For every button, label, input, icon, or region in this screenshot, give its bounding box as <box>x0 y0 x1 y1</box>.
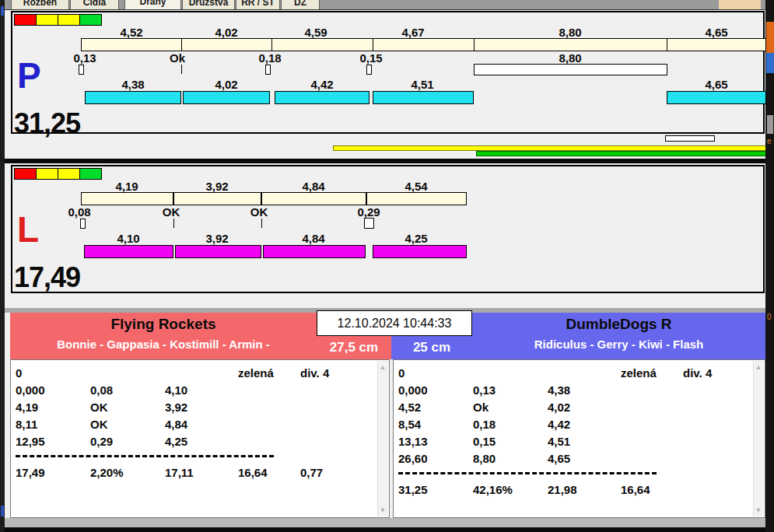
split-time-label: 3,92 <box>205 180 228 193</box>
scroll-down-icon[interactable]: ▼ <box>378 505 387 516</box>
table-cell: 0,29 <box>90 435 113 448</box>
table-totals-row: 31,2542,16%21,9816,64 <box>394 483 765 500</box>
table-cell: div. 4 <box>300 366 329 380</box>
table-row: 4,19OK3,92 <box>11 401 389 418</box>
traffic-light-cell <box>58 168 80 180</box>
totals-separator <box>398 472 657 474</box>
scrollbar[interactable]: ▲▼ <box>377 361 388 516</box>
run-bar-segment <box>667 91 766 104</box>
tab-cidla[interactable]: Cidla <box>70 0 119 9</box>
lane-letter-p: P <box>17 58 41 93</box>
table-row: 8,540,184,42 <box>394 418 765 435</box>
run-bar-segment <box>275 91 369 104</box>
run-bar-segment <box>263 245 366 258</box>
team-right-name: DumbleDogs R <box>472 314 765 334</box>
run-time-label: 4,51 <box>411 78 433 91</box>
run-time-label: 4,65 <box>705 78 727 91</box>
table-row: 8,11OK4,84 <box>11 418 389 435</box>
split-time-label: 4,54 <box>405 180 427 193</box>
scroll-up-icon[interactable]: ▲ <box>754 362 763 373</box>
tab-dz[interactable]: DZ <box>281 0 320 9</box>
window-bottom-edge <box>0 527 774 532</box>
table-cell: 4,84 <box>165 418 187 431</box>
tab-dru-stva[interactable]: Družstva <box>182 0 235 9</box>
tab-rr-st[interactable]: RR / ST <box>236 0 280 9</box>
table-cell: 0,77 <box>300 466 323 479</box>
yellow-progress-bar <box>333 145 772 151</box>
lane-panel-p: P4,524,024,594,678,804,650,13Ok0,180,158… <box>11 11 765 134</box>
run-bar-segment <box>373 245 467 258</box>
run-bar-segment <box>183 91 270 104</box>
split-time-label: 4,65 <box>705 26 727 39</box>
scroll-up-icon[interactable]: ▲ <box>378 362 387 373</box>
result-table-left: 0zelenádiv. 40,0000,084,104,19OK3,928,11… <box>10 359 390 518</box>
divider <box>5 9 765 10</box>
table-cell: 4,65 <box>548 452 570 465</box>
lane-total-p: 31,25 <box>14 107 80 140</box>
background-text-fragment: 0 <box>767 313 772 321</box>
scrollbar[interactable]: ▲▼ <box>753 361 764 516</box>
mini-progress-bar <box>665 135 715 142</box>
scroll-down-icon[interactable]: ▼ <box>754 505 763 516</box>
background-icon-fragment <box>766 53 774 73</box>
split-time-label: 4,59 <box>304 26 327 39</box>
split-bar-segment <box>366 192 467 205</box>
split-bar-segment <box>271 38 373 51</box>
split-bar-segment <box>373 38 475 51</box>
background-window-strip: e 0 <box>765 0 774 532</box>
run-time-label: 4,10 <box>117 232 139 245</box>
tab-rozb-h[interactable]: Rozběh <box>11 0 69 9</box>
table-cell: 0,000 <box>16 383 45 397</box>
background-icon-fragment <box>767 115 773 134</box>
table-cell: 0 <box>398 366 405 380</box>
change-tick <box>79 65 84 75</box>
split-bar-segment <box>181 38 272 51</box>
fault-time-label: 0,18 <box>258 51 281 65</box>
fault-time-label: OK <box>250 205 268 219</box>
table-cell: 17,49 <box>16 466 45 479</box>
table-row: 4,52Ok4,02 <box>394 401 765 418</box>
change-tick <box>265 65 271 75</box>
change-tick <box>80 219 86 229</box>
split-time-label: 4,02 <box>215 26 237 39</box>
green-progress-bar <box>476 151 772 156</box>
split-bar-segment <box>261 192 366 205</box>
table-row: 0,0000,134,38 <box>394 383 765 401</box>
table-cell: 16,64 <box>621 483 650 496</box>
split-time-label: 4,52 <box>120 26 142 39</box>
table-cell: 0,000 <box>398 383 428 397</box>
result-table-right: 0zelenádiv. 40,0000,134,384,52Ok4,028,54… <box>393 359 765 518</box>
fault-time-label: 0,08 <box>68 205 90 219</box>
split-time-label: 4,19 <box>115 180 138 193</box>
table-cell: 4,25 <box>165 435 187 448</box>
split-bar-segment <box>81 192 173 205</box>
table-header-row: 0zelenádiv. 4 <box>394 366 765 383</box>
table-row: 13,130,154,51 <box>394 435 765 452</box>
tab-bar: RozběhCidlaDráhyDružstvaRR / STDZ <box>5 0 765 9</box>
table-cell: Ok <box>473 401 489 414</box>
fault-time-label: 8,80 <box>559 51 581 65</box>
team-left-dogs: Bonnie - Gappasia - Kostimill - Armin - <box>10 335 317 354</box>
app-window: RozběhCidlaDráhyDružstvaRR / STDZ Flying… <box>0 0 774 532</box>
table-cell: 21,98 <box>548 483 577 496</box>
change-tick <box>261 219 262 228</box>
status-strip <box>5 518 765 527</box>
team-right-jump-height: 25 cm <box>391 339 472 356</box>
window-left-edge <box>0 0 5 532</box>
team-left-jump-height: 27,5 cm <box>317 339 391 356</box>
fault-time-label: Ok <box>170 51 185 65</box>
traffic-light-cell <box>14 14 37 26</box>
run-bar-segment <box>85 91 181 104</box>
fault-time-label: OK <box>163 205 180 219</box>
split-time-label: 8,80 <box>559 26 581 39</box>
traffic-light-cell <box>14 168 37 180</box>
table-cell: 31,25 <box>398 483 428 496</box>
traffic-light-cell <box>58 14 80 26</box>
tab-dr-hy[interactable]: Dráhy <box>124 0 181 9</box>
background-icon-fragment <box>766 22 774 53</box>
table-cell: 8,54 <box>398 418 421 431</box>
split-time-label: 4,84 <box>302 180 324 193</box>
table-cell: 0,18 <box>473 418 496 431</box>
traffic-light <box>14 168 101 180</box>
table-cell: 4,10 <box>165 383 187 397</box>
